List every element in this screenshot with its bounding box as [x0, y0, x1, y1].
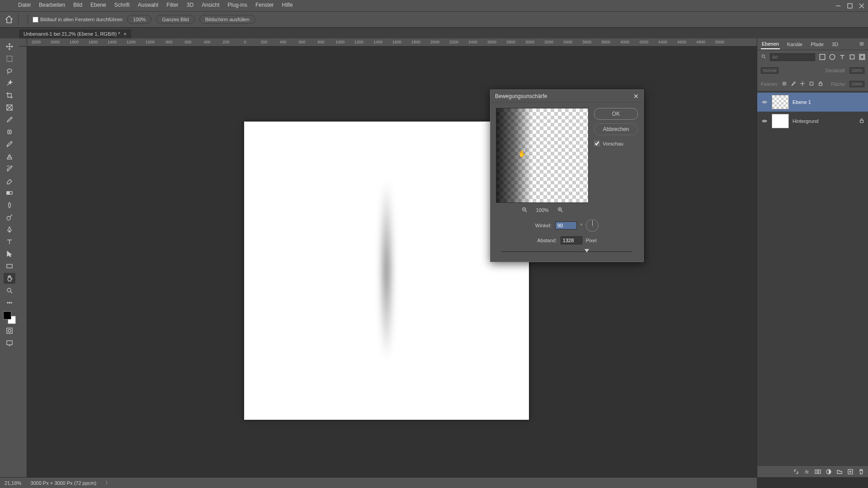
- zoom-out-icon[interactable]: [521, 206, 528, 214]
- healing-brush-tool[interactable]: [4, 127, 15, 137]
- layer-name[interactable]: Hintergrund: [793, 118, 818, 124]
- lock-all-icon[interactable]: [818, 81, 823, 87]
- dodge-tool[interactable]: [4, 212, 15, 223]
- layer-mask-icon[interactable]: [815, 469, 821, 475]
- menu-hilfe[interactable]: Hilfe: [282, 2, 293, 8]
- ruler-origin[interactable]: [19, 38, 27, 47]
- vertical-ruler[interactable]: [19, 47, 27, 477]
- layer-thumbnail[interactable]: [772, 114, 789, 128]
- distance-slider[interactable]: [501, 249, 632, 254]
- eraser-tool[interactable]: [4, 175, 15, 186]
- document-tab[interactable]: Unbenannt-1 bei 21,2% (Ebene 1, RGB/8) *…: [19, 29, 131, 38]
- lock-pixels-icon[interactable]: [791, 81, 796, 87]
- new-layer-icon[interactable]: [847, 469, 854, 475]
- layer-filter-input[interactable]: [770, 53, 815, 61]
- frame-tool[interactable]: [4, 102, 15, 113]
- history-brush-tool[interactable]: [4, 163, 15, 174]
- dialog-close-button[interactable]: ✕: [633, 93, 639, 100]
- menu-schrift[interactable]: Schrift: [114, 2, 130, 8]
- window-minimize-button[interactable]: [835, 3, 841, 9]
- filter-shape-icon[interactable]: [849, 53, 856, 61]
- panel-menu-icon[interactable]: [859, 41, 864, 47]
- zoom-100-button[interactable]: 100%: [127, 15, 151, 24]
- zoom-in-icon[interactable]: [557, 206, 563, 214]
- marquee-tool[interactable]: [4, 53, 15, 64]
- menu-auswahl[interactable]: Auswahl: [138, 2, 158, 8]
- scroll-all-windows-checkbox[interactable]: Bildlauf in allen Fenstern durchführen: [33, 17, 123, 23]
- edit-toolbar-button[interactable]: [4, 297, 15, 308]
- layer-row[interactable]: Ebene 1: [757, 93, 868, 112]
- gradient-tool[interactable]: [4, 188, 15, 198]
- canvas-viewport[interactable]: [27, 47, 757, 477]
- zoom-tool[interactable]: [4, 285, 15, 296]
- layer-style-icon[interactable]: fx: [804, 469, 810, 475]
- path-selection-tool[interactable]: [4, 249, 15, 259]
- clone-stamp-tool[interactable]: [4, 151, 15, 162]
- slider-thumb-icon[interactable]: [585, 249, 589, 253]
- layer-name[interactable]: Ebene 1: [793, 99, 811, 105]
- group-layers-icon[interactable]: [836, 469, 843, 475]
- fill-field[interactable]: 100%: [849, 81, 864, 87]
- window-close-button[interactable]: [859, 3, 864, 9]
- lock-artboard-icon[interactable]: [809, 81, 814, 87]
- status-zoom[interactable]: 21,18%: [5, 480, 21, 486]
- horizontal-ruler[interactable]: 2200200018001600140012001000800600400200…: [27, 38, 757, 47]
- opacity-field[interactable]: 100%: [849, 67, 864, 74]
- fill-screen-button[interactable]: Bildschirm ausfüllen: [199, 15, 255, 24]
- angle-input[interactable]: [555, 221, 577, 230]
- layer-thumbnail[interactable]: [772, 95, 789, 109]
- crop-tool[interactable]: [4, 90, 15, 101]
- rectangle-tool[interactable]: [4, 261, 15, 272]
- filter-adjustment-icon[interactable]: [829, 53, 836, 61]
- filter-smart-icon[interactable]: [859, 53, 866, 61]
- filter-pixel-icon[interactable]: [819, 53, 826, 61]
- menu-plug-ins[interactable]: Plug-ins: [228, 2, 247, 8]
- preview-checkbox[interactable]: Vorschau: [594, 141, 638, 146]
- dialog-titlebar[interactable]: Bewegungsunschärfe ✕: [491, 90, 643, 103]
- color-swatches[interactable]: [3, 311, 16, 324]
- quick-mask-button[interactable]: [4, 325, 15, 336]
- lasso-tool[interactable]: [4, 66, 15, 76]
- brush-tool[interactable]: [4, 139, 15, 150]
- distance-input[interactable]: [561, 236, 582, 244]
- layer-visibility-icon[interactable]: [761, 118, 768, 124]
- panel-tab-kanäle[interactable]: Kanäle: [786, 40, 803, 49]
- move-tool[interactable]: [4, 41, 15, 52]
- menu-ansicht[interactable]: Ansicht: [202, 2, 219, 8]
- lock-position-icon[interactable]: [800, 81, 805, 87]
- panel-tab-ebenen[interactable]: Ebenen: [761, 39, 780, 49]
- layer-row[interactable]: Hintergrund: [757, 112, 868, 131]
- fit-screen-button[interactable]: Ganzes Bild: [156, 15, 194, 24]
- menu-filter[interactable]: Filter: [166, 2, 179, 8]
- ok-button[interactable]: OK: [594, 108, 638, 120]
- screen-mode-button[interactable]: [4, 338, 15, 348]
- status-chevron-icon[interactable]: 〉: [105, 479, 110, 486]
- menu-fenster[interactable]: Fenster: [255, 2, 274, 8]
- menu-datei[interactable]: Datei: [18, 2, 31, 8]
- pen-tool[interactable]: [4, 224, 15, 235]
- magic-wand-tool[interactable]: [4, 78, 15, 89]
- status-docinfo[interactable]: 3000 Px × 3000 Px (72 ppcm): [30, 480, 96, 486]
- layer-visibility-icon[interactable]: [761, 99, 768, 105]
- angle-dial[interactable]: [586, 219, 599, 232]
- adjustment-layer-icon[interactable]: [826, 469, 832, 475]
- link-layers-icon[interactable]: [793, 469, 799, 475]
- menu-bearbeiten[interactable]: Bearbeiten: [39, 2, 65, 8]
- type-tool[interactable]: [4, 236, 15, 247]
- document-tab-close-icon[interactable]: ×: [123, 31, 126, 37]
- delete-layer-icon[interactable]: [858, 469, 864, 475]
- panel-tab-3d[interactable]: 3D: [831, 40, 839, 49]
- filter-type-icon[interactable]: [839, 53, 846, 61]
- blend-mode-dropdown[interactable]: Normal: [761, 67, 778, 74]
- blur-tool[interactable]: [4, 200, 15, 211]
- home-button[interactable]: [5, 15, 14, 24]
- foreground-color-swatch[interactable]: [3, 311, 11, 319]
- layer-lock-icon[interactable]: [859, 118, 864, 124]
- hand-tool-palette[interactable]: [4, 273, 15, 284]
- lock-transparency-icon[interactable]: [782, 81, 787, 87]
- menu-bild[interactable]: Bild: [73, 2, 82, 8]
- dialog-preview[interactable]: ✋: [496, 108, 589, 203]
- eyedropper-tool[interactable]: [4, 114, 15, 125]
- window-maximize-button[interactable]: [847, 3, 853, 9]
- cancel-button[interactable]: Abbrechen: [594, 123, 638, 135]
